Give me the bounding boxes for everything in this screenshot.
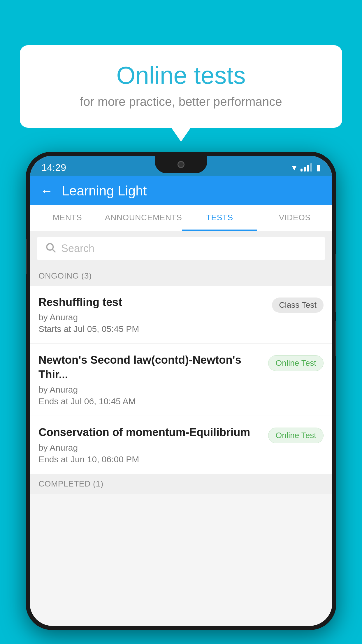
test-info-3: Conservation of momentum-Equilibrium by … bbox=[38, 425, 262, 464]
test-author-3: by Anurag bbox=[38, 443, 262, 453]
test-badge-1: Class Test bbox=[272, 298, 324, 313]
search-input[interactable]: Search bbox=[61, 242, 94, 255]
test-info-1: Reshuffling test by Anurag Starts at Jul… bbox=[38, 295, 266, 334]
search-icon bbox=[45, 242, 56, 256]
test-name-2: Newton's Second law(contd)-Newton's Thir… bbox=[38, 353, 262, 382]
ongoing-section-header: ONGOING (3) bbox=[30, 266, 332, 286]
speech-bubble-subtitle: for more practice, better performance bbox=[37, 95, 325, 109]
camera bbox=[178, 161, 184, 168]
speech-bubble-title: Online tests bbox=[37, 61, 325, 90]
test-name-1: Reshuffling test bbox=[38, 295, 266, 309]
test-item-3[interactable]: Conservation of momentum-Equilibrium by … bbox=[30, 416, 332, 474]
search-bar[interactable]: Search bbox=[37, 237, 325, 260]
volume-down-button bbox=[335, 321, 336, 356]
svg-line-1 bbox=[52, 249, 55, 252]
test-author-2: by Anurag bbox=[38, 385, 262, 395]
tabs-bar: MENTS ANNOUNCEMENTS TESTS VIDEOS bbox=[30, 205, 332, 231]
test-time-2: Ends at Jul 06, 10:45 AM bbox=[38, 396, 262, 406]
wifi-icon: ▾ bbox=[292, 162, 296, 173]
test-author-1: by Anurag bbox=[38, 312, 266, 322]
app-title: Learning Light bbox=[62, 183, 147, 199]
battery-icon: ▮ bbox=[316, 163, 321, 172]
phone-frame: 14:29 ▾ ▮ ← Learning Light bbox=[26, 152, 336, 630]
test-list: Reshuffling test by Anurag Starts at Jul… bbox=[30, 286, 332, 474]
signal-bar-2 bbox=[304, 167, 306, 172]
tab-videos[interactable]: VIDEOS bbox=[257, 205, 332, 231]
completed-section-header: COMPLETED (1) bbox=[30, 474, 332, 494]
test-time-1: Starts at Jul 05, 05:45 PM bbox=[38, 324, 266, 334]
volume-button bbox=[26, 239, 27, 274]
test-badge-2: Online Test bbox=[268, 355, 324, 371]
power-button bbox=[335, 254, 336, 312]
test-badge-3: Online Test bbox=[268, 428, 324, 443]
phone-screen: 14:29 ▾ ▮ ← Learning Light bbox=[30, 156, 332, 626]
status-icons: ▾ ▮ bbox=[292, 162, 321, 173]
back-button[interactable]: ← bbox=[40, 183, 53, 198]
signal-bar-3 bbox=[307, 165, 309, 172]
speech-bubble: Online tests for more practice, better p… bbox=[20, 45, 342, 128]
test-item-2[interactable]: Newton's Second law(contd)-Newton's Thir… bbox=[30, 344, 332, 416]
signal-bar-4 bbox=[310, 163, 312, 172]
test-item-1[interactable]: Reshuffling test by Anurag Starts at Jul… bbox=[30, 286, 332, 344]
app-header: ← Learning Light bbox=[30, 176, 332, 205]
search-container: Search bbox=[30, 231, 332, 266]
test-time-3: Ends at Jun 10, 06:00 PM bbox=[38, 454, 262, 464]
phone-wrapper: 14:29 ▾ ▮ ← Learning Light bbox=[26, 152, 336, 644]
status-time: 14:29 bbox=[41, 162, 66, 173]
signal-bar-1 bbox=[301, 169, 303, 172]
tab-announcements[interactable]: ANNOUNCEMENTS bbox=[105, 205, 182, 231]
test-name-3: Conservation of momentum-Equilibrium bbox=[38, 425, 262, 440]
test-info-2: Newton's Second law(contd)-Newton's Thir… bbox=[38, 353, 262, 406]
signal-bars bbox=[301, 163, 312, 172]
notch bbox=[155, 156, 207, 173]
tab-tests[interactable]: TESTS bbox=[182, 205, 257, 231]
tab-ments[interactable]: MENTS bbox=[30, 205, 105, 231]
